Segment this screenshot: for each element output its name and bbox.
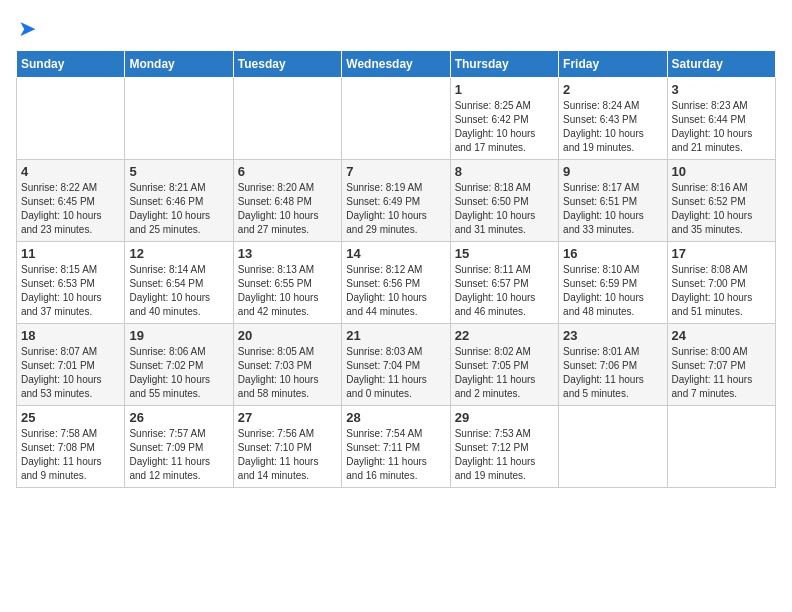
calendar-day-16: 16Sunrise: 8:10 AM Sunset: 6:59 PM Dayli… — [559, 242, 667, 324]
day-number: 5 — [129, 164, 228, 179]
calendar-day-4: 4Sunrise: 8:22 AM Sunset: 6:45 PM Daylig… — [17, 160, 125, 242]
calendar-day-1: 1Sunrise: 8:25 AM Sunset: 6:42 PM Daylig… — [450, 78, 558, 160]
calendar-day-17: 17Sunrise: 8:08 AM Sunset: 7:00 PM Dayli… — [667, 242, 775, 324]
day-info: Sunrise: 7:53 AM Sunset: 7:12 PM Dayligh… — [455, 427, 554, 483]
calendar-day-14: 14Sunrise: 8:12 AM Sunset: 6:56 PM Dayli… — [342, 242, 450, 324]
day-info: Sunrise: 8:11 AM Sunset: 6:57 PM Dayligh… — [455, 263, 554, 319]
day-number: 19 — [129, 328, 228, 343]
calendar-day-empty — [125, 78, 233, 160]
calendar-day-10: 10Sunrise: 8:16 AM Sunset: 6:52 PM Dayli… — [667, 160, 775, 242]
calendar-week-row: 11Sunrise: 8:15 AM Sunset: 6:53 PM Dayli… — [17, 242, 776, 324]
calendar-week-row: 4Sunrise: 8:22 AM Sunset: 6:45 PM Daylig… — [17, 160, 776, 242]
day-info: Sunrise: 8:17 AM Sunset: 6:51 PM Dayligh… — [563, 181, 662, 237]
calendar-day-23: 23Sunrise: 8:01 AM Sunset: 7:06 PM Dayli… — [559, 324, 667, 406]
calendar-day-6: 6Sunrise: 8:20 AM Sunset: 6:48 PM Daylig… — [233, 160, 341, 242]
day-number: 4 — [21, 164, 120, 179]
day-number: 24 — [672, 328, 771, 343]
day-number: 18 — [21, 328, 120, 343]
calendar-day-12: 12Sunrise: 8:14 AM Sunset: 6:54 PM Dayli… — [125, 242, 233, 324]
day-info: Sunrise: 8:15 AM Sunset: 6:53 PM Dayligh… — [21, 263, 120, 319]
day-number: 8 — [455, 164, 554, 179]
day-number: 26 — [129, 410, 228, 425]
calendar-day-empty — [559, 406, 667, 488]
logo-bird-icon: ➤ — [18, 16, 36, 42]
calendar-day-13: 13Sunrise: 8:13 AM Sunset: 6:55 PM Dayli… — [233, 242, 341, 324]
calendar-day-20: 20Sunrise: 8:05 AM Sunset: 7:03 PM Dayli… — [233, 324, 341, 406]
calendar-day-28: 28Sunrise: 7:54 AM Sunset: 7:11 PM Dayli… — [342, 406, 450, 488]
day-info: Sunrise: 8:22 AM Sunset: 6:45 PM Dayligh… — [21, 181, 120, 237]
day-number: 23 — [563, 328, 662, 343]
calendar-day-21: 21Sunrise: 8:03 AM Sunset: 7:04 PM Dayli… — [342, 324, 450, 406]
day-info: Sunrise: 8:02 AM Sunset: 7:05 PM Dayligh… — [455, 345, 554, 401]
day-number: 17 — [672, 246, 771, 261]
calendar-day-9: 9Sunrise: 8:17 AM Sunset: 6:51 PM Daylig… — [559, 160, 667, 242]
day-number: 2 — [563, 82, 662, 97]
day-info: Sunrise: 8:23 AM Sunset: 6:44 PM Dayligh… — [672, 99, 771, 155]
day-number: 15 — [455, 246, 554, 261]
calendar-day-11: 11Sunrise: 8:15 AM Sunset: 6:53 PM Dayli… — [17, 242, 125, 324]
day-info: Sunrise: 8:05 AM Sunset: 7:03 PM Dayligh… — [238, 345, 337, 401]
day-number: 21 — [346, 328, 445, 343]
day-number: 22 — [455, 328, 554, 343]
day-number: 6 — [238, 164, 337, 179]
day-number: 3 — [672, 82, 771, 97]
day-info: Sunrise: 7:56 AM Sunset: 7:10 PM Dayligh… — [238, 427, 337, 483]
day-info: Sunrise: 7:58 AM Sunset: 7:08 PM Dayligh… — [21, 427, 120, 483]
calendar-day-29: 29Sunrise: 7:53 AM Sunset: 7:12 PM Dayli… — [450, 406, 558, 488]
calendar-day-19: 19Sunrise: 8:06 AM Sunset: 7:02 PM Dayli… — [125, 324, 233, 406]
day-info: Sunrise: 8:08 AM Sunset: 7:00 PM Dayligh… — [672, 263, 771, 319]
calendar-day-empty — [342, 78, 450, 160]
calendar-day-18: 18Sunrise: 8:07 AM Sunset: 7:01 PM Dayli… — [17, 324, 125, 406]
day-number: 13 — [238, 246, 337, 261]
logo: ➤ — [16, 16, 36, 42]
calendar-day-8: 8Sunrise: 8:18 AM Sunset: 6:50 PM Daylig… — [450, 160, 558, 242]
day-info: Sunrise: 8:14 AM Sunset: 6:54 PM Dayligh… — [129, 263, 228, 319]
calendar-day-7: 7Sunrise: 8:19 AM Sunset: 6:49 PM Daylig… — [342, 160, 450, 242]
calendar-day-26: 26Sunrise: 7:57 AM Sunset: 7:09 PM Dayli… — [125, 406, 233, 488]
day-number: 7 — [346, 164, 445, 179]
day-info: Sunrise: 7:54 AM Sunset: 7:11 PM Dayligh… — [346, 427, 445, 483]
calendar-day-15: 15Sunrise: 8:11 AM Sunset: 6:57 PM Dayli… — [450, 242, 558, 324]
day-info: Sunrise: 8:21 AM Sunset: 6:46 PM Dayligh… — [129, 181, 228, 237]
calendar-day-empty — [233, 78, 341, 160]
day-info: Sunrise: 8:01 AM Sunset: 7:06 PM Dayligh… — [563, 345, 662, 401]
calendar-day-empty — [17, 78, 125, 160]
day-info: Sunrise: 8:07 AM Sunset: 7:01 PM Dayligh… — [21, 345, 120, 401]
header-saturday: Saturday — [667, 51, 775, 78]
day-number: 12 — [129, 246, 228, 261]
day-info: Sunrise: 8:19 AM Sunset: 6:49 PM Dayligh… — [346, 181, 445, 237]
day-info: Sunrise: 8:10 AM Sunset: 6:59 PM Dayligh… — [563, 263, 662, 319]
day-info: Sunrise: 8:20 AM Sunset: 6:48 PM Dayligh… — [238, 181, 337, 237]
calendar-week-row: 18Sunrise: 8:07 AM Sunset: 7:01 PM Dayli… — [17, 324, 776, 406]
calendar-day-24: 24Sunrise: 8:00 AM Sunset: 7:07 PM Dayli… — [667, 324, 775, 406]
day-info: Sunrise: 8:16 AM Sunset: 6:52 PM Dayligh… — [672, 181, 771, 237]
header-sunday: Sunday — [17, 51, 125, 78]
calendar-day-empty — [667, 406, 775, 488]
header-thursday: Thursday — [450, 51, 558, 78]
day-info: Sunrise: 8:12 AM Sunset: 6:56 PM Dayligh… — [346, 263, 445, 319]
day-number: 10 — [672, 164, 771, 179]
day-number: 27 — [238, 410, 337, 425]
day-info: Sunrise: 8:25 AM Sunset: 6:42 PM Dayligh… — [455, 99, 554, 155]
day-info: Sunrise: 8:13 AM Sunset: 6:55 PM Dayligh… — [238, 263, 337, 319]
day-info: Sunrise: 8:00 AM Sunset: 7:07 PM Dayligh… — [672, 345, 771, 401]
day-number: 11 — [21, 246, 120, 261]
header-wednesday: Wednesday — [342, 51, 450, 78]
calendar-week-row: 1Sunrise: 8:25 AM Sunset: 6:42 PM Daylig… — [17, 78, 776, 160]
calendar-week-row: 25Sunrise: 7:58 AM Sunset: 7:08 PM Dayli… — [17, 406, 776, 488]
day-number: 16 — [563, 246, 662, 261]
calendar-day-3: 3Sunrise: 8:23 AM Sunset: 6:44 PM Daylig… — [667, 78, 775, 160]
day-number: 9 — [563, 164, 662, 179]
calendar-day-27: 27Sunrise: 7:56 AM Sunset: 7:10 PM Dayli… — [233, 406, 341, 488]
calendar-day-2: 2Sunrise: 8:24 AM Sunset: 6:43 PM Daylig… — [559, 78, 667, 160]
header-tuesday: Tuesday — [233, 51, 341, 78]
day-number: 14 — [346, 246, 445, 261]
calendar-header-row: SundayMondayTuesdayWednesdayThursdayFrid… — [17, 51, 776, 78]
day-info: Sunrise: 8:03 AM Sunset: 7:04 PM Dayligh… — [346, 345, 445, 401]
day-info: Sunrise: 8:18 AM Sunset: 6:50 PM Dayligh… — [455, 181, 554, 237]
day-number: 25 — [21, 410, 120, 425]
day-info: Sunrise: 7:57 AM Sunset: 7:09 PM Dayligh… — [129, 427, 228, 483]
day-number: 29 — [455, 410, 554, 425]
day-info: Sunrise: 8:06 AM Sunset: 7:02 PM Dayligh… — [129, 345, 228, 401]
page-header: ➤ — [16, 16, 776, 42]
